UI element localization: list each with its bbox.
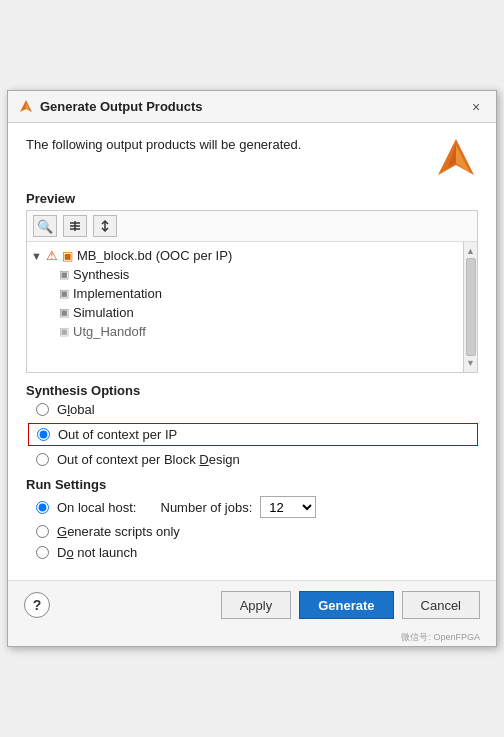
dialog-footer: ? Apply Generate Cancel <box>8 580 496 629</box>
radio-global-label: Global <box>57 402 95 417</box>
nolaunch-label-text: Do not launch <box>57 545 137 560</box>
expand-button[interactable] <box>93 215 117 237</box>
radio-localhost-input[interactable] <box>36 501 49 514</box>
run-row-nolaunck: Do not launch <box>26 545 478 560</box>
preview-toolbar: 🔍 <box>27 211 477 242</box>
tree-item-utg-label: Utg_Handoff <box>73 324 146 339</box>
synthesis-options-section: Synthesis Options Global Out of context … <box>26 383 478 467</box>
radio-nolunch-label[interactable]: Do not launch <box>36 545 137 560</box>
run-row-scripts: Generate scripts only <box>26 524 478 539</box>
vivado-logo <box>434 137 478 181</box>
tree-root: ▼ ⚠ ▣ MB_block.bd (OOC per IP) <box>27 246 477 265</box>
localhost-label-text: On local host: <box>57 500 137 515</box>
radio-nolaunch-input[interactable] <box>36 546 49 559</box>
search-button[interactable]: 🔍 <box>33 215 57 237</box>
preview-section: Preview 🔍 <box>26 191 478 373</box>
radio-scripts-input[interactable] <box>36 525 49 538</box>
preview-label: Preview <box>26 191 478 206</box>
close-button[interactable]: × <box>466 97 486 117</box>
warning-icon: ⚠ <box>46 248 58 263</box>
apply-button[interactable]: Apply <box>221 591 292 619</box>
preview-panel: 🔍 <box>26 210 478 373</box>
radio-scripts-label[interactable]: Generate scripts only <box>36 524 180 539</box>
tree-item-implementation-label: Implementation <box>73 286 162 301</box>
vivado-title-icon <box>18 99 34 115</box>
radio-global-input[interactable] <box>36 403 49 416</box>
item-icon-synthesis: ▣ <box>59 268 69 281</box>
scrollbar[interactable]: ▲ ▼ <box>463 242 477 372</box>
top-section: The following output products will be ge… <box>26 137 478 181</box>
bd-file-icon: ▣ <box>62 249 73 263</box>
generate-output-dialog: Generate Output Products × The following… <box>7 90 497 647</box>
radio-ooc-ip-label: Out of context per IP <box>58 427 177 442</box>
tree-item-synthesis: ▣ Synthesis <box>27 265 477 284</box>
synthesis-radio-group: Global Out of context per IP Out of cont… <box>26 402 478 467</box>
footer-buttons: Apply Generate Cancel <box>221 591 480 619</box>
tree-root-label: MB_block.bd (OOC per IP) <box>77 248 232 263</box>
cancel-button[interactable]: Cancel <box>402 591 480 619</box>
tree-item-simulation: ▣ Simulation <box>27 303 477 322</box>
item-icon-utg: ▣ <box>59 325 69 338</box>
item-icon-implementation: ▣ <box>59 287 69 300</box>
watermark: 微信号: OpenFPGA <box>8 629 496 646</box>
tree-item-implementation: ▣ Implementation <box>27 284 477 303</box>
radio-ooc-ip-input[interactable] <box>37 428 50 441</box>
tree-item-synthesis-label: Synthesis <box>73 267 129 282</box>
collapse-button[interactable] <box>63 215 87 237</box>
dialog-body: The following output products will be ge… <box>8 123 496 580</box>
item-icon-simulation: ▣ <box>59 306 69 319</box>
expand-icon <box>98 219 112 233</box>
generate-button[interactable]: Generate <box>299 591 393 619</box>
jobs-select[interactable]: 12 2 4 6 8 10 16 20 24 <box>260 496 316 518</box>
tree-toggle-icon[interactable]: ▼ <box>31 250 42 262</box>
tree-item-utg: ▣ Utg_Handoff <box>27 322 477 341</box>
radio-ooc-ip[interactable]: Out of context per IP <box>28 423 478 446</box>
scripts-label-text: Generate scripts only <box>57 524 180 539</box>
footer-left: ? <box>24 592 50 618</box>
radio-localhost-label[interactable]: On local host: <box>36 500 137 515</box>
preview-content[interactable]: ▼ ⚠ ▣ MB_block.bd (OOC per IP) ▣ Synthes… <box>27 242 477 372</box>
dialog-title: Generate Output Products <box>40 99 203 114</box>
intro-text: The following output products will be ge… <box>26 137 424 152</box>
synthesis-options-label: Synthesis Options <box>26 383 478 398</box>
jobs-label: Number of jobs: <box>161 500 253 515</box>
preview-tree-container: ▼ ⚠ ▣ MB_block.bd (OOC per IP) ▣ Synthes… <box>27 242 477 372</box>
collapse-icon <box>68 219 82 233</box>
run-settings-section: Run Settings On local host: Number of jo… <box>26 477 478 566</box>
radio-global[interactable]: Global <box>36 402 478 417</box>
help-button[interactable]: ? <box>24 592 50 618</box>
radio-ooc-bd-label: Out of context per Block Design <box>57 452 240 467</box>
radio-ooc-bd-input[interactable] <box>36 453 49 466</box>
title-bar-left: Generate Output Products <box>18 99 203 115</box>
radio-ooc-bd[interactable]: Out of context per Block Design <box>36 452 478 467</box>
run-row-localhost: On local host: Number of jobs: 12 2 4 6 … <box>26 496 478 518</box>
tree-item-simulation-label: Simulation <box>73 305 134 320</box>
run-settings-label: Run Settings <box>26 477 478 492</box>
title-bar: Generate Output Products × <box>8 91 496 123</box>
